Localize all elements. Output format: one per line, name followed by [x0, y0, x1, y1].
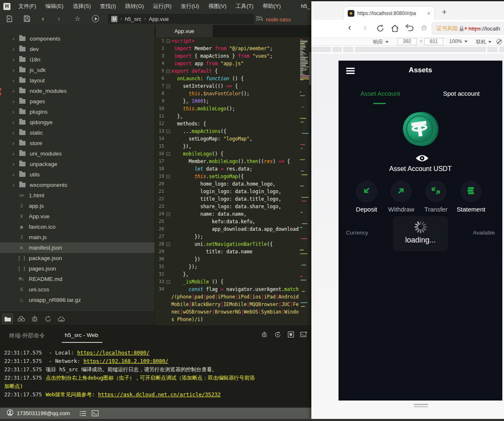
run-icon[interactable]	[92, 15, 99, 22]
new-tab-button[interactable]: +	[442, 7, 447, 17]
tree-file-package.json[interactable]: [ ]package.json	[0, 253, 155, 263]
browser-refresh-icon[interactable]	[376, 24, 384, 34]
code-line[interactable]: 29 title: data.name	[155, 248, 311, 255]
chevron-right-icon[interactable]: ›	[13, 99, 19, 105]
browser-tab[interactable]: https://localhost:8080/#/pa ×	[344, 6, 435, 20]
menu-item-e[interactable]: 编辑(E)	[41, 0, 68, 13]
chevron-right-icon[interactable]: ›	[13, 140, 19, 146]
breadcrumb-project[interactable]: h5_src	[125, 16, 141, 22]
chevron-right-icon[interactable]: ›	[13, 67, 19, 73]
tree-folder-components[interactable]: ›components	[0, 33, 155, 44]
code-line[interactable]: 9 }, 1000);	[155, 97, 311, 105]
code-line[interactable]: Mobile|BlackBerry|IEMobile|MQQBrowser|JU…	[155, 301, 311, 308]
fold-collapse-icon[interactable]: −	[166, 69, 170, 73]
debug-bug-icon[interactable]	[29, 314, 40, 324]
fold-gutter[interactable]: −	[166, 210, 171, 218]
device-mode-dropdown[interactable]: 响应	[373, 38, 389, 46]
menu-item-u[interactable]: 发行(U)	[176, 0, 204, 13]
code-line[interactable]: 31 });	[155, 263, 311, 270]
tree-folder-js_sdk[interactable]: ›js_sdk	[0, 65, 155, 75]
console-link[interactable]: https://192.168.2.109:8080/	[84, 358, 168, 364]
menu-item-t[interactable]: 工具(T)	[231, 0, 258, 13]
terminal-toggle-icon[interactable]	[92, 410, 99, 416]
code-line[interactable]: 27 });	[155, 233, 311, 240]
code-line[interactable]: 28− uni.setNavigationBarTitle({	[155, 240, 311, 248]
tree-folder-wxcomponents[interactable]: ›wxcomponents	[0, 180, 155, 190]
code-line[interactable]: 5−export default {	[155, 67, 311, 75]
browser-undo-icon[interactable]	[405, 24, 414, 34]
code-line[interactable]: 4 import app from "app.js"	[155, 60, 311, 67]
resize-handle[interactable]	[414, 404, 428, 408]
cloud-icon[interactable]	[56, 314, 67, 324]
plugin-search[interactable]: node-sass	[256, 14, 291, 24]
editor-tab-appvue[interactable]: App.vue	[156, 25, 213, 37]
code-line[interactable]: 33− _isMobile () {	[155, 278, 311, 286]
code-line[interactable]: 24− name: data.name,	[155, 210, 311, 218]
code-line[interactable]: 22 title_logo: data.title_logo,	[155, 195, 311, 203]
breadcrumb-file[interactable]: App.vue	[149, 16, 169, 22]
browser-forward-icon[interactable]: ›	[364, 23, 367, 33]
menu-item-v[interactable]: 视图(V)	[204, 0, 231, 13]
sync-refresh-icon[interactable]	[43, 314, 53, 324]
menu-item-i[interactable]: 查找(I)	[95, 0, 120, 13]
console-link[interactable]: https://localhost:8080/	[77, 350, 150, 356]
tree-folder-i18n[interactable]: ›i18n	[0, 54, 155, 65]
tree-file-README.md[interactable]: M↓README.md	[0, 274, 155, 284]
code-line[interactable]: 1−<script>	[155, 37, 311, 45]
tree-file-1.html[interactable]: <>1.html	[0, 190, 155, 201]
fold-gutter[interactable]: −	[166, 67, 171, 75]
fold-gutter[interactable]: −	[166, 173, 171, 180]
code-line[interactable]: 15 }),	[155, 143, 311, 150]
tree-file-manifest.json[interactable]: ⚙manifest.json	[0, 242, 155, 253]
tab-asset-account[interactable]: Asset Account	[347, 90, 414, 97]
chevron-right-icon[interactable]: ›	[13, 46, 19, 52]
save-icon[interactable]	[24, 15, 30, 23]
chevron-right-icon[interactable]: ›	[13, 57, 19, 63]
code-line[interactable]: 17 Member.mobileLogo().then((res) => {	[155, 158, 311, 165]
transfer-button[interactable]	[425, 181, 447, 202]
tab-close-icon[interactable]: ×	[427, 10, 430, 17]
code-line[interactable]: 2 import Member from "@/api/member";	[155, 45, 311, 52]
code-line[interactable]: 6 onLaunch: function () {	[155, 75, 311, 82]
code-line[interactable]: 21 login_logo: data.login_logo,	[155, 188, 311, 195]
fold-collapse-icon[interactable]: −	[166, 175, 170, 179]
code-line[interactable]: 26 app_download:data.app_download,	[155, 225, 311, 233]
minimap-thumb[interactable]	[309, 52, 311, 85]
chevron-right-icon[interactable]: ›	[13, 130, 19, 136]
code-line[interactable]: 7− setInterval(() => {	[155, 82, 311, 90]
search-binoculars-icon[interactable]	[16, 314, 27, 324]
tree-folder-layout[interactable]: ›layout	[0, 75, 155, 86]
chevron-right-icon[interactable]: ›	[13, 109, 19, 115]
code-line[interactable]: 10 this.mobileLogo();	[155, 105, 311, 112]
outline-list-icon[interactable]	[80, 411, 87, 416]
fold-gutter[interactable]: −	[166, 37, 171, 45]
code-line[interactable]: 16− mobileLogo() {	[155, 150, 311, 158]
back-icon[interactable]: ‹	[42, 15, 44, 23]
tree-file-App.vue[interactable]: VApp.vue	[0, 211, 155, 222]
code-line[interactable]: 12 methods: {	[155, 120, 311, 128]
code-line[interactable]: 19− this.setLogoMap({	[155, 173, 311, 180]
minimap[interactable]	[299, 37, 311, 325]
chevron-right-icon[interactable]: ›	[13, 161, 19, 167]
fold-collapse-icon[interactable]: −	[166, 280, 170, 284]
tree-folder-uni_modules[interactable]: ›uni_modules	[0, 148, 155, 159]
user-avatar-icon[interactable]	[7, 409, 13, 418]
fold-collapse-icon[interactable]: −	[166, 212, 170, 216]
console-output[interactable]: 22:31:17.575 - Local: https://localhost:…	[4, 349, 311, 408]
code-line[interactable]: 23 share_logo: data.share_logo,	[155, 203, 311, 210]
chevron-right-icon[interactable]: ›	[13, 151, 19, 157]
code-line[interactable]: 30 })	[155, 255, 311, 263]
menu-item-r[interactable]: 运行(R)	[148, 0, 176, 13]
viewport-width-input[interactable]: 392	[397, 38, 417, 45]
new-terminal-icon[interactable]	[300, 331, 308, 339]
tree-folder-dev[interactable]: ›dev	[0, 44, 155, 54]
tree-folder-utils[interactable]: ›utils	[0, 169, 155, 180]
tree-folder-qidongye[interactable]: ›qidongye	[0, 117, 155, 128]
code-line[interactable]: 25 kefu:data.kefu,	[155, 218, 311, 225]
statement-button[interactable]	[460, 181, 482, 202]
bookmark-star-icon[interactable]: ☆	[74, 15, 80, 23]
menu-item-g[interactable]: 跳转(G)	[121, 0, 149, 13]
code-line[interactable]: 13− ...mapActions({	[155, 128, 311, 135]
chevron-right-icon[interactable]: ›	[13, 182, 19, 188]
code-line[interactable]: 11 },	[155, 112, 311, 120]
